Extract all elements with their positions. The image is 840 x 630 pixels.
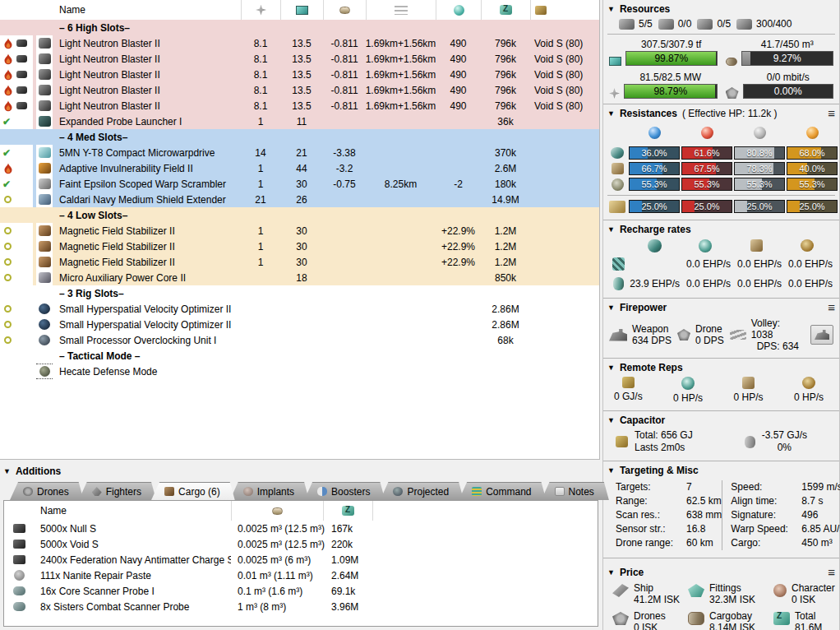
- module-icon-cell[interactable]: [36, 176, 53, 192]
- fitting-row[interactable]: ✔Expanded Probe Launcher I11136k: [0, 113, 599, 129]
- module-state-cell[interactable]: [0, 301, 33, 317]
- module-state-cell[interactable]: [0, 223, 33, 239]
- module-icon-cell[interactable]: [36, 145, 53, 160]
- slot-section-header: – 3 Rig Slots–: [0, 285, 599, 301]
- collapse-triangle-icon[interactable]: ▼: [607, 568, 615, 577]
- module-icon-cell[interactable]: [36, 317, 53, 332]
- fitting-row[interactable]: Hecate Defense Mode: [0, 364, 599, 379]
- module-icon-cell[interactable]: [36, 332, 53, 348]
- menu-icon[interactable]: ≡: [828, 567, 835, 577]
- fitting-row[interactable]: Magnetic Field Stabilizer II130+22.9%1.2…: [0, 223, 599, 239]
- module-icon-cell[interactable]: [36, 160, 53, 176]
- fitting-row[interactable]: Micro Auxiliary Power Core II18850k: [0, 270, 599, 285]
- module-misc: [436, 145, 481, 160]
- column-price[interactable]: [481, 0, 530, 20]
- module-state-cell[interactable]: [0, 239, 33, 254]
- menu-icon[interactable]: ≡: [828, 303, 835, 313]
- module-icon-cell[interactable]: [36, 67, 53, 82]
- fitting-row[interactable]: Light Neutron Blaster II8.113.5-0.8111.6…: [0, 35, 599, 51]
- tab-cargo[interactable]: Cargo (6): [151, 482, 235, 500]
- tab-drones[interactable]: Drones: [10, 482, 84, 500]
- tab-fighters[interactable]: Fighters: [79, 482, 156, 500]
- module-icon-cell[interactable]: [36, 270, 53, 285]
- cargo-column-volume[interactable]: [231, 501, 323, 521]
- fitting-row[interactable]: Caldari Navy Medium Shield Extender21261…: [0, 192, 599, 207]
- fitting-row[interactable]: Magnetic Field Stabilizer II130+22.9%1.2…: [0, 239, 599, 254]
- dps-graph-button[interactable]: [810, 325, 833, 345]
- column-powergrid[interactable]: [241, 0, 280, 20]
- cargo-row[interactable]: 2400x Federation Navy Antimatter Charge …: [4, 552, 598, 567]
- module-icon-cell[interactable]: [36, 98, 53, 113]
- module-state-cell[interactable]: [0, 254, 33, 270]
- module-cpu: 13.5: [280, 82, 323, 98]
- tab-notes[interactable]: Notes: [542, 482, 609, 500]
- column-ammo[interactable]: [530, 0, 599, 20]
- module-icon-cell[interactable]: [36, 254, 53, 270]
- fitting-row[interactable]: Light Neutron Blaster II8.113.5-0.8111.6…: [0, 98, 599, 113]
- column-range[interactable]: [366, 0, 436, 20]
- module-state-cell[interactable]: [0, 51, 33, 67]
- tab-boosters[interactable]: Boosters: [304, 482, 385, 500]
- module-icon-cell[interactable]: [36, 82, 53, 98]
- column-capacitor[interactable]: [323, 0, 366, 20]
- fitting-row[interactable]: ✔5MN Y-T8 Compact Microwarpdrive1421-3.3…: [0, 145, 599, 160]
- tab-implants[interactable]: Implants: [230, 482, 309, 500]
- cargo-row[interactable]: 5000x Void S0.0025 m³ (12.5 m³)220k: [4, 536, 598, 552]
- module-state-cell[interactable]: [0, 98, 33, 113]
- module-icon-cell[interactable]: [36, 35, 53, 51]
- collapse-triangle-icon[interactable]: ▼: [607, 303, 615, 312]
- module-price: 796k: [481, 35, 530, 51]
- fitting-row[interactable]: Small Hyperspatial Velocity Optimizer II…: [0, 317, 599, 332]
- module-icon-cell[interactable]: [36, 301, 53, 317]
- collapse-triangle-icon[interactable]: ▼: [607, 225, 615, 234]
- module-state-cell[interactable]: [0, 270, 33, 285]
- module-cpu: 13.5: [280, 67, 323, 82]
- module-state-cell[interactable]: [0, 67, 33, 82]
- module-state-cell[interactable]: [0, 364, 33, 379]
- collapse-triangle-icon[interactable]: ▼: [607, 466, 615, 475]
- fitting-row[interactable]: Adaptive Invulnerability Field II144-3.2…: [0, 160, 599, 176]
- module-state-cell[interactable]: ✔: [0, 176, 33, 192]
- fitting-row[interactable]: Magnetic Field Stabilizer II130+22.9%1.2…: [0, 254, 599, 270]
- fitting-row[interactable]: Light Neutron Blaster II8.113.5-0.8111.6…: [0, 51, 599, 67]
- module-icon-cell[interactable]: [36, 113, 53, 129]
- cargo-row[interactable]: 8x Sisters Combat Scanner Probe1 m³ (8 m…: [4, 599, 598, 614]
- cargo-row[interactable]: 16x Core Scanner Probe I0.1 m³ (1.6 m³)6…: [4, 583, 598, 599]
- fitting-row[interactable]: Light Neutron Blaster II8.113.5-0.8111.6…: [0, 82, 599, 98]
- module-cpu: 30: [280, 239, 323, 254]
- module-state-cell[interactable]: [0, 332, 33, 348]
- collapse-triangle-icon[interactable]: ▼: [607, 364, 615, 372]
- effective-hp-label: ( Effective HP: 11.2k ): [682, 108, 778, 119]
- fitting-row[interactable]: Small Hyperspatial Velocity Optimizer II…: [0, 301, 599, 317]
- module-state-cell[interactable]: [0, 317, 33, 332]
- tab-command[interactable]: Command: [459, 482, 546, 500]
- tab-projected[interactable]: Projected: [380, 482, 464, 500]
- column-cpu[interactable]: [280, 0, 323, 20]
- cargo-row[interactable]: 111x Nanite Repair Paste0.01 m³ (1.11 m³…: [4, 567, 598, 583]
- module-state-cell[interactable]: ✔: [0, 145, 33, 160]
- module-icon-cell[interactable]: [36, 51, 53, 67]
- module-state-cell[interactable]: ✔: [0, 113, 33, 129]
- collapse-triangle-icon[interactable]: ▼: [607, 109, 615, 118]
- column-misc[interactable]: [436, 0, 481, 20]
- cargo-column-price[interactable]: [323, 501, 372, 521]
- module-icon-cell[interactable]: [36, 239, 53, 254]
- module-icon-cell[interactable]: [36, 223, 53, 239]
- collapse-triangle-icon[interactable]: ▼: [607, 416, 615, 424]
- collapse-triangle-icon[interactable]: ▼: [607, 5, 615, 13]
- fitting-row[interactable]: ✔Faint Epsilon Scoped Warp Scrambler130-…: [0, 176, 599, 192]
- exp-resist-bar: 68.0%: [787, 146, 838, 160]
- module-state-cell[interactable]: [0, 35, 33, 51]
- slot-section-header: – Tactical Mode –: [0, 348, 599, 364]
- module-state-cell[interactable]: [0, 82, 33, 98]
- fitting-row[interactable]: Small Processor Overclocking Unit I68k: [0, 332, 599, 348]
- module-state-cell[interactable]: [0, 160, 33, 176]
- module-icon-cell[interactable]: [36, 192, 53, 207]
- module-cap-use: -3.2: [323, 160, 366, 176]
- fitting-row[interactable]: Light Neutron Blaster II8.113.5-0.8111.6…: [0, 67, 599, 82]
- module-icon-cell[interactable]: [36, 364, 53, 379]
- collapse-triangle-icon[interactable]: ▼: [3, 467, 11, 475]
- cargo-row[interactable]: 5000x Null S0.0025 m³ (12.5 m³)167k: [4, 521, 598, 536]
- menu-icon[interactable]: ≡: [828, 109, 835, 118]
- module-state-cell[interactable]: [0, 192, 33, 207]
